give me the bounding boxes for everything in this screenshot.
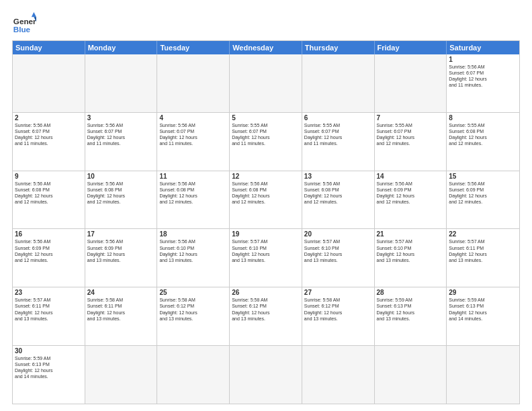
day-header-saturday: Saturday xyxy=(447,41,519,54)
calendar-cell xyxy=(230,346,302,404)
calendar-cell: 15Sunrise: 5:56 AM Sunset: 6:09 PM Dayli… xyxy=(447,171,519,229)
calendar-cell: 26Sunrise: 5:58 AM Sunset: 6:12 PM Dayli… xyxy=(230,287,302,345)
day-number: 7 xyxy=(377,114,445,122)
day-number: 27 xyxy=(304,289,372,296)
day-number: 18 xyxy=(159,230,227,238)
calendar-row-2: 9Sunrise: 5:56 AM Sunset: 6:08 PM Daylig… xyxy=(13,171,519,229)
day-number: 19 xyxy=(232,230,300,238)
cell-info: Sunrise: 5:56 AM Sunset: 6:09 PM Dayligh… xyxy=(377,181,445,205)
day-number: 22 xyxy=(449,230,517,238)
cell-info: Sunrise: 5:57 AM Sunset: 6:11 PM Dayligh… xyxy=(15,297,83,321)
calendar-row-3: 16Sunrise: 5:56 AM Sunset: 6:09 PM Dayli… xyxy=(13,228,519,287)
calendar-cell xyxy=(13,54,85,112)
day-number: 11 xyxy=(159,173,227,180)
day-number: 17 xyxy=(87,230,155,238)
day-number: 13 xyxy=(304,173,372,180)
day-number: 1 xyxy=(449,56,517,63)
cell-info: Sunrise: 5:58 AM Sunset: 6:11 PM Dayligh… xyxy=(87,297,155,321)
cell-info: Sunrise: 5:55 AM Sunset: 6:07 PM Dayligh… xyxy=(232,122,300,146)
calendar-cell: 7Sunrise: 5:55 AM Sunset: 6:07 PM Daylig… xyxy=(375,113,447,171)
cell-info: Sunrise: 5:58 AM Sunset: 6:12 PM Dayligh… xyxy=(232,297,300,321)
calendar-cell: 22Sunrise: 5:57 AM Sunset: 6:11 PM Dayli… xyxy=(447,229,519,287)
day-number: 12 xyxy=(232,173,300,180)
calendar-header: SundayMondayTuesdayWednesdayThursdayFrid… xyxy=(13,41,519,54)
cell-info: Sunrise: 5:56 AM Sunset: 6:09 PM Dayligh… xyxy=(87,238,155,263)
day-number: 23 xyxy=(15,289,83,296)
calendar-cell: 18Sunrise: 5:56 AM Sunset: 6:10 PM Dayli… xyxy=(157,229,230,287)
cell-info: Sunrise: 5:57 AM Sunset: 6:10 PM Dayligh… xyxy=(377,238,445,263)
day-number: 21 xyxy=(377,230,445,238)
day-number: 4 xyxy=(159,114,227,122)
cell-info: Sunrise: 5:59 AM Sunset: 6:13 PM Dayligh… xyxy=(377,297,445,321)
calendar-cell: 2Sunrise: 5:56 AM Sunset: 6:07 PM Daylig… xyxy=(13,113,85,171)
calendar-cell: 29Sunrise: 5:59 AM Sunset: 6:13 PM Dayli… xyxy=(447,287,519,345)
page: General Blue SundayMondayTuesdayWednesda… xyxy=(0,0,532,411)
calendar-cell: 4Sunrise: 5:56 AM Sunset: 6:07 PM Daylig… xyxy=(157,113,230,171)
day-header-monday: Monday xyxy=(85,41,158,54)
calendar-row-1: 2Sunrise: 5:56 AM Sunset: 6:07 PM Daylig… xyxy=(13,112,519,171)
calendar-cell: 9Sunrise: 5:56 AM Sunset: 6:08 PM Daylig… xyxy=(13,171,85,229)
calendar-row-0: 1Sunrise: 5:56 AM Sunset: 6:07 PM Daylig… xyxy=(13,54,519,112)
day-number: 10 xyxy=(87,173,155,180)
cell-info: Sunrise: 5:56 AM Sunset: 6:08 PM Dayligh… xyxy=(87,181,155,205)
calendar-cell: 16Sunrise: 5:56 AM Sunset: 6:09 PM Dayli… xyxy=(13,229,85,287)
cell-info: Sunrise: 5:57 AM Sunset: 6:10 PM Dayligh… xyxy=(232,238,300,263)
cell-info: Sunrise: 5:59 AM Sunset: 6:13 PM Dayligh… xyxy=(15,355,83,379)
calendar-cell: 12Sunrise: 5:56 AM Sunset: 6:08 PM Dayli… xyxy=(230,171,302,229)
svg-marker-2 xyxy=(32,12,36,17)
calendar-cell xyxy=(375,346,447,404)
logo: General Blue xyxy=(12,12,36,36)
calendar-cell xyxy=(157,54,230,112)
cell-info: Sunrise: 5:56 AM Sunset: 6:07 PM Dayligh… xyxy=(159,122,227,146)
day-header-friday: Friday xyxy=(375,41,447,54)
calendar: SundayMondayTuesdayWednesdayThursdayFrid… xyxy=(12,40,520,404)
calendar-cell: 1Sunrise: 5:56 AM Sunset: 6:07 PM Daylig… xyxy=(447,54,519,112)
calendar-cell xyxy=(375,54,447,112)
cell-info: Sunrise: 5:56 AM Sunset: 6:09 PM Dayligh… xyxy=(15,238,83,263)
day-number: 6 xyxy=(304,114,372,122)
day-number: 9 xyxy=(15,173,83,180)
cell-info: Sunrise: 5:56 AM Sunset: 6:08 PM Dayligh… xyxy=(15,181,83,205)
calendar-cell: 11Sunrise: 5:56 AM Sunset: 6:08 PM Dayli… xyxy=(157,171,230,229)
calendar-row-5: 30Sunrise: 5:59 AM Sunset: 6:13 PM Dayli… xyxy=(13,345,519,404)
day-number: 5 xyxy=(232,114,300,122)
day-header-thursday: Thursday xyxy=(302,41,375,54)
day-number: 20 xyxy=(304,230,372,238)
day-number: 16 xyxy=(15,230,83,238)
calendar-cell: 27Sunrise: 5:58 AM Sunset: 6:12 PM Dayli… xyxy=(302,287,375,345)
calendar-cell: 24Sunrise: 5:58 AM Sunset: 6:11 PM Dayli… xyxy=(85,287,158,345)
calendar-cell xyxy=(157,346,230,404)
cell-info: Sunrise: 5:59 AM Sunset: 6:13 PM Dayligh… xyxy=(449,297,517,321)
calendar-cell: 6Sunrise: 5:55 AM Sunset: 6:07 PM Daylig… xyxy=(302,113,375,171)
day-number: 8 xyxy=(449,114,517,122)
calendar-cell: 30Sunrise: 5:59 AM Sunset: 6:13 PM Dayli… xyxy=(13,346,85,404)
day-number: 2 xyxy=(15,114,83,122)
calendar-cell xyxy=(230,54,302,112)
day-number: 14 xyxy=(377,173,445,180)
calendar-cell: 8Sunrise: 5:55 AM Sunset: 6:08 PM Daylig… xyxy=(447,113,519,171)
header: General Blue xyxy=(12,12,520,36)
day-header-tuesday: Tuesday xyxy=(157,41,230,54)
cell-info: Sunrise: 5:56 AM Sunset: 6:09 PM Dayligh… xyxy=(449,181,517,205)
calendar-cell: 19Sunrise: 5:57 AM Sunset: 6:10 PM Dayli… xyxy=(230,229,302,287)
day-number: 25 xyxy=(159,289,227,296)
cell-info: Sunrise: 5:58 AM Sunset: 6:12 PM Dayligh… xyxy=(304,297,372,321)
calendar-cell: 25Sunrise: 5:58 AM Sunset: 6:12 PM Dayli… xyxy=(157,287,230,345)
calendar-body: 1Sunrise: 5:56 AM Sunset: 6:07 PM Daylig… xyxy=(13,54,519,404)
calendar-cell: 23Sunrise: 5:57 AM Sunset: 6:11 PM Dayli… xyxy=(13,287,85,345)
calendar-cell: 20Sunrise: 5:57 AM Sunset: 6:10 PM Dayli… xyxy=(302,229,375,287)
calendar-cell: 14Sunrise: 5:56 AM Sunset: 6:09 PM Dayli… xyxy=(375,171,447,229)
cell-info: Sunrise: 5:55 AM Sunset: 6:07 PM Dayligh… xyxy=(304,122,372,146)
calendar-cell: 13Sunrise: 5:56 AM Sunset: 6:08 PM Dayli… xyxy=(302,171,375,229)
cell-info: Sunrise: 5:58 AM Sunset: 6:12 PM Dayligh… xyxy=(159,297,227,321)
day-number: 24 xyxy=(87,289,155,296)
cell-info: Sunrise: 5:56 AM Sunset: 6:07 PM Dayligh… xyxy=(449,64,517,88)
cell-info: Sunrise: 5:57 AM Sunset: 6:11 PM Dayligh… xyxy=(449,238,517,263)
cell-info: Sunrise: 5:55 AM Sunset: 6:08 PM Dayligh… xyxy=(449,122,517,146)
logo-icon: General Blue xyxy=(12,12,36,36)
cell-info: Sunrise: 5:57 AM Sunset: 6:10 PM Dayligh… xyxy=(304,238,372,263)
cell-info: Sunrise: 5:55 AM Sunset: 6:07 PM Dayligh… xyxy=(377,122,445,146)
calendar-cell: 3Sunrise: 5:56 AM Sunset: 6:07 PM Daylig… xyxy=(85,113,158,171)
day-number: 15 xyxy=(449,173,517,180)
calendar-cell: 17Sunrise: 5:56 AM Sunset: 6:09 PM Dayli… xyxy=(85,229,158,287)
